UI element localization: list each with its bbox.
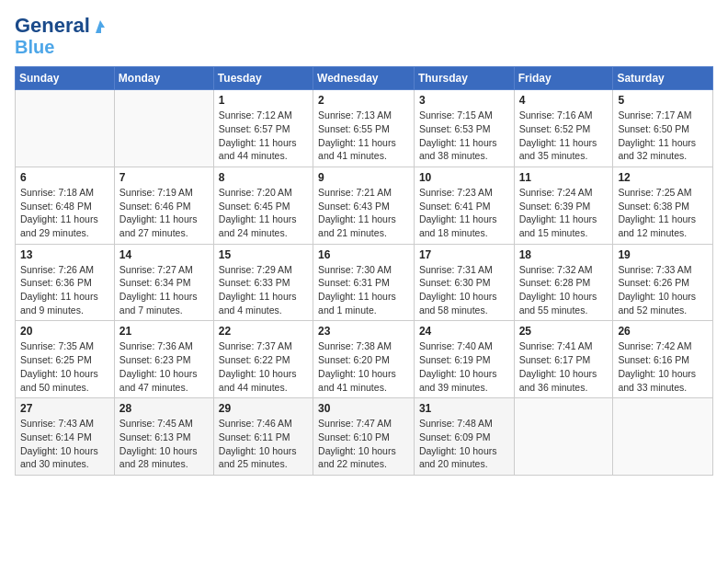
day-info: Sunrise: 7:37 AM Sunset: 6:22 PM Dayligh… — [219, 339, 308, 394]
calendar-cell: 25Sunrise: 7:41 AM Sunset: 6:17 PM Dayli… — [514, 321, 613, 398]
calendar-cell: 16Sunrise: 7:30 AM Sunset: 6:31 PM Dayli… — [313, 244, 415, 321]
day-number: 27 — [20, 402, 109, 415]
calendar-table: SundayMondayTuesdayWednesdayThursdayFrid… — [15, 66, 713, 476]
day-info: Sunrise: 7:33 AM Sunset: 6:26 PM Dayligh… — [618, 263, 708, 317]
day-number: 4 — [519, 94, 609, 107]
day-info: Sunrise: 7:15 AM Sunset: 6:53 PM Dayligh… — [419, 109, 509, 163]
day-number: 20 — [20, 325, 109, 338]
day-number: 16 — [318, 248, 409, 261]
calendar-cell: 30Sunrise: 7:47 AM Sunset: 6:10 PM Dayli… — [313, 398, 415, 476]
day-info: Sunrise: 7:21 AM Sunset: 6:43 PM Dayligh… — [318, 186, 409, 240]
day-info: Sunrise: 7:27 AM Sunset: 6:34 PM Dayligh… — [119, 263, 209, 317]
day-info: Sunrise: 7:29 AM Sunset: 6:33 PM Dayligh… — [219, 263, 308, 317]
day-info: Sunrise: 7:18 AM Sunset: 6:48 PM Dayligh… — [20, 186, 109, 240]
day-info: Sunrise: 7:46 AM Sunset: 6:11 PM Dayligh… — [219, 417, 308, 471]
day-info: Sunrise: 7:38 AM Sunset: 6:20 PM Dayligh… — [318, 339, 409, 394]
day-number: 3 — [419, 94, 509, 107]
calendar-cell: 19Sunrise: 7:33 AM Sunset: 6:26 PM Dayli… — [613, 244, 713, 321]
calendar-cell: 5Sunrise: 7:17 AM Sunset: 6:50 PM Daylig… — [613, 90, 713, 167]
day-number: 31 — [419, 402, 509, 415]
day-info: Sunrise: 7:25 AM Sunset: 6:38 PM Dayligh… — [618, 186, 708, 240]
day-info: Sunrise: 7:12 AM Sunset: 6:57 PM Dayligh… — [219, 109, 308, 163]
day-number: 7 — [119, 171, 209, 184]
calendar-cell: 11Sunrise: 7:24 AM Sunset: 6:39 PM Dayli… — [514, 167, 613, 244]
day-info: Sunrise: 7:20 AM Sunset: 6:45 PM Dayligh… — [219, 186, 308, 240]
weekday-header: Thursday — [414, 67, 514, 90]
calendar-cell: 31Sunrise: 7:48 AM Sunset: 6:09 PM Dayli… — [414, 398, 514, 476]
day-info: Sunrise: 7:43 AM Sunset: 6:14 PM Dayligh… — [20, 417, 109, 471]
calendar-cell: 12Sunrise: 7:25 AM Sunset: 6:38 PM Dayli… — [613, 167, 713, 244]
calendar-cell: 6Sunrise: 7:18 AM Sunset: 6:48 PM Daylig… — [16, 167, 115, 244]
day-info: Sunrise: 7:40 AM Sunset: 6:19 PM Dayligh… — [419, 339, 509, 394]
calendar-cell: 28Sunrise: 7:45 AM Sunset: 6:13 PM Dayli… — [114, 398, 213, 476]
calendar-cell: 10Sunrise: 7:23 AM Sunset: 6:41 PM Dayli… — [414, 167, 514, 244]
calendar-cell: 8Sunrise: 7:20 AM Sunset: 6:45 PM Daylig… — [213, 167, 313, 244]
day-number: 15 — [219, 248, 308, 261]
day-number: 12 — [618, 171, 708, 184]
day-info: Sunrise: 7:30 AM Sunset: 6:31 PM Dayligh… — [318, 263, 409, 317]
calendar-cell — [114, 90, 213, 167]
calendar-cell: 26Sunrise: 7:42 AM Sunset: 6:16 PM Dayli… — [613, 321, 713, 398]
day-info: Sunrise: 7:47 AM Sunset: 6:10 PM Dayligh… — [318, 417, 409, 471]
calendar-cell — [16, 90, 115, 167]
day-info: Sunrise: 7:19 AM Sunset: 6:46 PM Dayligh… — [119, 186, 209, 240]
day-number: 23 — [318, 325, 409, 338]
calendar-cell: 4Sunrise: 7:16 AM Sunset: 6:52 PM Daylig… — [514, 90, 613, 167]
day-number: 24 — [419, 325, 509, 338]
day-number: 10 — [419, 171, 509, 184]
calendar-cell: 22Sunrise: 7:37 AM Sunset: 6:22 PM Dayli… — [213, 321, 313, 398]
day-number: 30 — [318, 402, 409, 415]
calendar-cell: 1Sunrise: 7:12 AM Sunset: 6:57 PM Daylig… — [213, 90, 313, 167]
calendar-cell: 20Sunrise: 7:35 AM Sunset: 6:25 PM Dayli… — [16, 321, 115, 398]
weekday-header: Friday — [514, 67, 613, 90]
day-info: Sunrise: 7:17 AM Sunset: 6:50 PM Dayligh… — [618, 109, 708, 163]
day-number: 25 — [519, 325, 609, 338]
calendar-week-row: 27Sunrise: 7:43 AM Sunset: 6:14 PM Dayli… — [16, 398, 713, 476]
day-info: Sunrise: 7:32 AM Sunset: 6:28 PM Dayligh… — [519, 263, 609, 317]
calendar-week-row: 6Sunrise: 7:18 AM Sunset: 6:48 PM Daylig… — [16, 167, 713, 244]
day-info: Sunrise: 7:31 AM Sunset: 6:30 PM Dayligh… — [419, 263, 509, 317]
day-number: 14 — [119, 248, 209, 261]
day-number: 29 — [219, 402, 308, 415]
day-info: Sunrise: 7:41 AM Sunset: 6:17 PM Dayligh… — [519, 339, 609, 394]
day-number: 6 — [20, 171, 109, 184]
day-info: Sunrise: 7:16 AM Sunset: 6:52 PM Dayligh… — [519, 109, 609, 163]
day-number: 9 — [318, 171, 409, 184]
day-number: 19 — [618, 248, 708, 261]
logo-icon — [92, 18, 108, 35]
calendar-cell — [613, 398, 713, 476]
day-info: Sunrise: 7:45 AM Sunset: 6:13 PM Dayligh… — [119, 417, 209, 471]
weekday-header-row: SundayMondayTuesdayWednesdayThursdayFrid… — [16, 67, 713, 90]
day-number: 2 — [318, 94, 409, 107]
calendar-cell: 3Sunrise: 7:15 AM Sunset: 6:53 PM Daylig… — [414, 90, 514, 167]
day-number: 18 — [519, 248, 609, 261]
weekday-header: Saturday — [613, 67, 713, 90]
calendar-cell: 23Sunrise: 7:38 AM Sunset: 6:20 PM Dayli… — [313, 321, 415, 398]
calendar-cell: 9Sunrise: 7:21 AM Sunset: 6:43 PM Daylig… — [313, 167, 415, 244]
day-info: Sunrise: 7:48 AM Sunset: 6:09 PM Dayligh… — [419, 417, 509, 471]
calendar-cell — [514, 398, 613, 476]
calendar-cell: 15Sunrise: 7:29 AM Sunset: 6:33 PM Dayli… — [213, 244, 313, 321]
day-info: Sunrise: 7:13 AM Sunset: 6:55 PM Dayligh… — [318, 109, 409, 163]
day-info: Sunrise: 7:36 AM Sunset: 6:23 PM Dayligh… — [119, 339, 209, 394]
weekday-header: Sunday — [16, 67, 115, 90]
day-info: Sunrise: 7:24 AM Sunset: 6:39 PM Dayligh… — [519, 186, 609, 240]
day-number: 17 — [419, 248, 509, 261]
calendar-cell: 24Sunrise: 7:40 AM Sunset: 6:19 PM Dayli… — [414, 321, 514, 398]
day-number: 13 — [20, 248, 109, 261]
calendar-week-row: 13Sunrise: 7:26 AM Sunset: 6:36 PM Dayli… — [16, 244, 713, 321]
day-number: 28 — [119, 402, 209, 415]
calendar-cell: 7Sunrise: 7:19 AM Sunset: 6:46 PM Daylig… — [114, 167, 213, 244]
logo-blue: Blue — [15, 37, 54, 57]
weekday-header: Wednesday — [313, 67, 415, 90]
weekday-header: Monday — [114, 67, 213, 90]
day-info: Sunrise: 7:42 AM Sunset: 6:16 PM Dayligh… — [618, 339, 708, 394]
day-info: Sunrise: 7:26 AM Sunset: 6:36 PM Dayligh… — [20, 263, 109, 317]
logo: General Blue — [15, 15, 108, 57]
day-number: 1 — [219, 94, 308, 107]
calendar-week-row: 1Sunrise: 7:12 AM Sunset: 6:57 PM Daylig… — [16, 90, 713, 167]
calendar-cell: 17Sunrise: 7:31 AM Sunset: 6:30 PM Dayli… — [414, 244, 514, 321]
day-info: Sunrise: 7:23 AM Sunset: 6:41 PM Dayligh… — [419, 186, 509, 240]
day-number: 22 — [219, 325, 308, 338]
calendar-cell: 13Sunrise: 7:26 AM Sunset: 6:36 PM Dayli… — [16, 244, 115, 321]
